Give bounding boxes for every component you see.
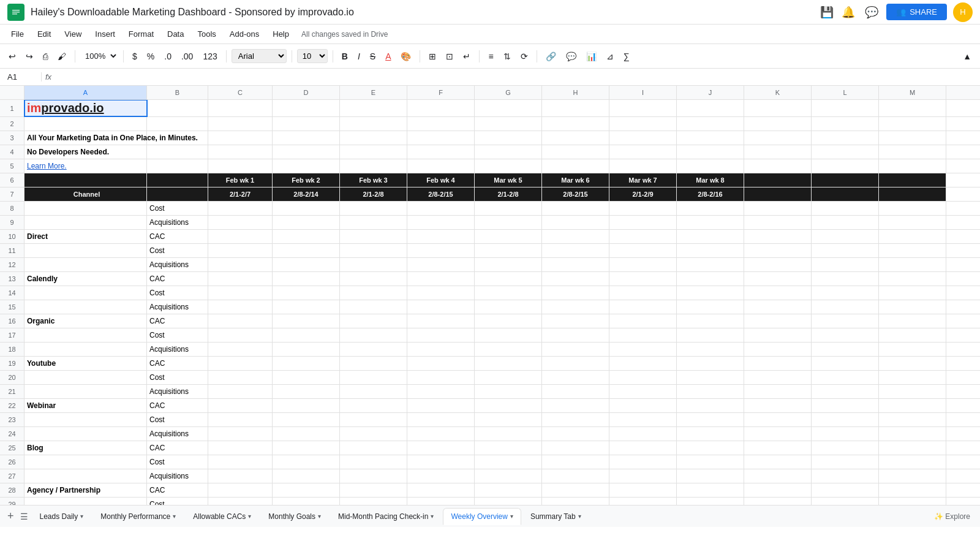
cell-H10[interactable] — [542, 230, 609, 243]
cell-G2[interactable] — [475, 117, 542, 131]
cell-G4[interactable] — [475, 145, 542, 159]
col-header-J[interactable]: J — [677, 86, 744, 99]
cell-H23[interactable] — [542, 413, 609, 426]
cell-B15[interactable]: Acquisitions — [147, 300, 208, 314]
cell-D9[interactable] — [273, 216, 340, 229]
row-num-26[interactable]: 26 — [0, 455, 24, 469]
cell-G7[interactable]: 2/1-2/8 — [475, 187, 542, 201]
cell-M24[interactable] — [879, 427, 946, 441]
cell-F5[interactable] — [407, 159, 475, 173]
cell-B22[interactable]: CAC — [147, 399, 208, 412]
cell-K12[interactable] — [744, 258, 812, 271]
cell-L5[interactable] — [812, 159, 879, 173]
cell-K5[interactable] — [744, 159, 812, 173]
row-num-19[interactable]: 19 — [0, 357, 24, 370]
cell-B10[interactable]: CAC — [147, 230, 208, 243]
cell-J16[interactable] — [677, 314, 744, 328]
cell-E11[interactable] — [340, 244, 407, 257]
cell-M4[interactable] — [879, 145, 946, 159]
col-header-G[interactable]: G — [475, 86, 542, 99]
cell-K14[interactable] — [744, 286, 812, 300]
cell-K15[interactable] — [744, 300, 812, 314]
cell-H12[interactable] — [542, 258, 609, 271]
cell-A13[interactable]: Calendly — [24, 272, 147, 286]
cell-C6[interactable]: Feb wk 1 — [208, 173, 273, 187]
cell-K17[interactable] — [744, 328, 812, 342]
cell-H15[interactable] — [542, 300, 609, 314]
function-button[interactable]: ∑ — [620, 49, 633, 64]
cell-E23[interactable] — [340, 413, 407, 426]
cell-A12[interactable] — [24, 258, 147, 271]
row-num-22[interactable]: 22 — [0, 399, 24, 412]
menu-view[interactable]: View — [58, 27, 88, 41]
cell-D12[interactable] — [273, 258, 340, 271]
cell-C17[interactable] — [208, 328, 273, 342]
cell-G19[interactable] — [475, 357, 542, 370]
cell-K3[interactable] — [744, 131, 812, 145]
cell-F16[interactable] — [407, 314, 475, 328]
cell-E4[interactable] — [340, 145, 407, 159]
col-header-I[interactable]: I — [609, 86, 677, 99]
cell-C15[interactable] — [208, 300, 273, 314]
cell-B3[interactable] — [147, 131, 208, 145]
wrap-button[interactable]: ↵ — [459, 49, 474, 64]
cell-A15[interactable] — [24, 300, 147, 314]
cell-F7[interactable]: 2/8-2/15 — [407, 187, 475, 201]
percent-button[interactable]: % — [143, 49, 158, 64]
col-header-A[interactable]: A — [24, 86, 147, 99]
cell-H2[interactable] — [542, 117, 609, 131]
cell-K16[interactable] — [744, 314, 812, 328]
cell-D18[interactable] — [273, 343, 340, 356]
cell-G14[interactable] — [475, 286, 542, 300]
cell-E26[interactable] — [340, 455, 407, 469]
cell-F18[interactable] — [407, 343, 475, 356]
cell-F6[interactable]: Feb wk 4 — [407, 173, 475, 187]
cell-M28[interactable] — [879, 483, 946, 497]
cell-J3[interactable] — [677, 131, 744, 145]
sheets-list-button[interactable]: ☰ — [18, 509, 31, 524]
cell-L15[interactable] — [812, 300, 879, 314]
cell-I6[interactable]: Mar wk 7 — [609, 173, 677, 187]
cell-C23[interactable] — [208, 413, 273, 426]
cell-E2[interactable] — [340, 117, 407, 131]
decimal-decrease-button[interactable]: .0 — [160, 49, 175, 64]
row-num-15[interactable]: 15 — [0, 300, 24, 314]
cell-J4[interactable] — [677, 145, 744, 159]
row-num-9[interactable]: 9 — [0, 216, 24, 229]
cell-F15[interactable] — [407, 300, 475, 314]
row-num-28[interactable]: 28 — [0, 483, 24, 497]
row-num-10[interactable]: 10 — [0, 230, 24, 243]
cell-A2[interactable] — [24, 117, 147, 131]
col-header-E[interactable]: E — [340, 86, 407, 99]
cell-B4[interactable] — [147, 145, 208, 159]
cell-M10[interactable] — [879, 230, 946, 243]
cell-F24[interactable] — [407, 427, 475, 441]
row-num-5[interactable]: 5 — [0, 159, 24, 173]
cell-K13[interactable] — [744, 272, 812, 286]
cell-E21[interactable] — [340, 385, 407, 398]
cell-H22[interactable] — [542, 399, 609, 412]
cell-C1[interactable] — [208, 100, 273, 116]
cell-I16[interactable] — [609, 314, 677, 328]
row-num-24[interactable]: 24 — [0, 427, 24, 441]
cell-G15[interactable] — [475, 300, 542, 314]
cell-L26[interactable] — [812, 455, 879, 469]
row-num-25[interactable]: 25 — [0, 441, 24, 455]
cell-D17[interactable] — [273, 328, 340, 342]
cell-A11[interactable] — [24, 244, 147, 257]
redo-button[interactable]: ↪ — [22, 49, 37, 64]
rotate-button[interactable]: ⟳ — [517, 49, 532, 64]
cell-E15[interactable] — [340, 300, 407, 314]
row-num-1[interactable]: 1 — [0, 100, 24, 116]
cell-H3[interactable] — [542, 131, 609, 145]
cell-I11[interactable] — [609, 244, 677, 257]
zoom-selector[interactable]: 100% 75% 125% — [80, 50, 118, 62]
cell-C25[interactable] — [208, 441, 273, 455]
row-num-3[interactable]: 3 — [0, 131, 24, 145]
cell-E27[interactable] — [340, 469, 407, 483]
cell-J27[interactable] — [677, 469, 744, 483]
cell-H11[interactable] — [542, 244, 609, 257]
cell-C26[interactable] — [208, 455, 273, 469]
row-num-4[interactable]: 4 — [0, 145, 24, 159]
cell-C13[interactable] — [208, 272, 273, 286]
